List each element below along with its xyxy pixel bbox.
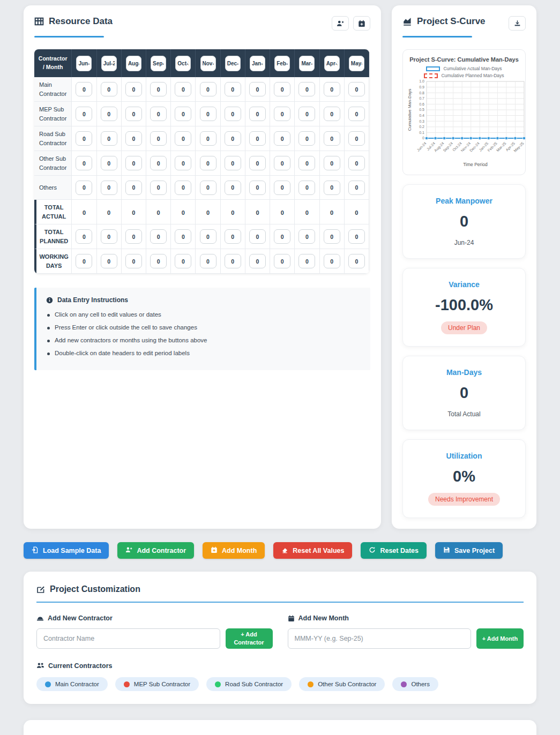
total-value-input[interactable]: [101, 254, 117, 268]
value-input[interactable]: [348, 82, 365, 96]
value-input[interactable]: [76, 156, 92, 170]
total-value-input[interactable]: [125, 229, 142, 244]
value-input[interactable]: [76, 107, 92, 121]
total-value-input[interactable]: [150, 254, 167, 268]
month-header-input[interactable]: [200, 56, 216, 71]
total-value-input[interactable]: [150, 229, 167, 244]
value-input[interactable]: [175, 181, 191, 195]
value-input[interactable]: [298, 181, 315, 195]
reset-all-values-button[interactable]: Reset All Values: [273, 542, 352, 559]
total-value-input[interactable]: [274, 254, 290, 268]
total-value-input[interactable]: [101, 229, 117, 244]
value-input[interactable]: [150, 107, 167, 121]
value-input[interactable]: [101, 131, 117, 146]
month-header-input[interactable]: [250, 56, 265, 71]
value-input[interactable]: [200, 82, 216, 96]
value-input[interactable]: [274, 131, 290, 146]
reset-dates-button[interactable]: Reset Dates: [361, 542, 427, 559]
value-input[interactable]: [324, 181, 340, 195]
total-value-input[interactable]: [225, 229, 241, 244]
add-contractor-button[interactable]: Add Contractor: [117, 542, 194, 559]
value-input[interactable]: [225, 181, 241, 195]
value-input[interactable]: [298, 107, 315, 121]
value-input[interactable]: [324, 131, 340, 146]
value-input[interactable]: [274, 181, 290, 195]
value-input[interactable]: [175, 156, 191, 170]
value-input[interactable]: [249, 82, 266, 96]
month-header-input[interactable]: [299, 56, 315, 71]
total-value-input[interactable]: [76, 229, 92, 244]
value-input[interactable]: [150, 131, 167, 146]
add-month-icon-button[interactable]: [353, 16, 370, 31]
month-header-input[interactable]: [126, 56, 141, 71]
month-header-input[interactable]: [324, 56, 340, 71]
value-input[interactable]: [274, 156, 290, 170]
value-input[interactable]: [348, 107, 365, 121]
total-value-input[interactable]: [274, 229, 290, 244]
value-input[interactable]: [348, 131, 365, 146]
month-header-input[interactable]: [274, 56, 290, 71]
value-input[interactable]: [76, 181, 92, 195]
total-value-input[interactable]: [200, 229, 216, 244]
value-input[interactable]: [175, 107, 191, 121]
value-input[interactable]: [125, 82, 142, 96]
month-header-input[interactable]: [76, 56, 92, 71]
load-sample-data-button[interactable]: Load Sample Data: [24, 542, 109, 559]
value-input[interactable]: [76, 131, 92, 146]
value-input[interactable]: [249, 107, 266, 121]
new-month-input[interactable]: [288, 628, 472, 649]
total-value-input[interactable]: [249, 229, 266, 244]
total-value-input[interactable]: [125, 254, 142, 268]
add-contractor-button[interactable]: + Add Contractor: [226, 628, 273, 649]
value-input[interactable]: [150, 181, 167, 195]
month-header-input[interactable]: [225, 56, 241, 71]
value-input[interactable]: [150, 82, 167, 96]
value-input[interactable]: [225, 82, 241, 96]
value-input[interactable]: [298, 156, 315, 170]
month-header-input[interactable]: [349, 56, 364, 71]
total-value-input[interactable]: [324, 254, 340, 268]
download-chart-button[interactable]: [509, 16, 526, 31]
value-input[interactable]: [175, 131, 191, 146]
month-header-input[interactable]: [101, 56, 117, 71]
contractor-name-input[interactable]: [36, 628, 220, 649]
total-value-input[interactable]: [348, 229, 365, 244]
value-input[interactable]: [324, 156, 340, 170]
total-value-input[interactable]: [76, 254, 92, 268]
value-input[interactable]: [101, 181, 117, 195]
month-header-input[interactable]: [151, 56, 166, 71]
value-input[interactable]: [200, 181, 216, 195]
value-input[interactable]: [225, 131, 241, 146]
total-value-input[interactable]: [298, 254, 315, 268]
value-input[interactable]: [249, 181, 266, 195]
value-input[interactable]: [249, 131, 266, 146]
value-input[interactable]: [101, 107, 117, 121]
value-input[interactable]: [348, 156, 365, 170]
add-contractor-icon-button[interactable]: [332, 16, 349, 31]
value-input[interactable]: [298, 82, 315, 96]
total-value-input[interactable]: [249, 254, 266, 268]
value-input[interactable]: [298, 131, 315, 146]
value-input[interactable]: [200, 131, 216, 146]
value-input[interactable]: [324, 82, 340, 96]
value-input[interactable]: [125, 131, 142, 146]
value-input[interactable]: [200, 107, 216, 121]
value-input[interactable]: [249, 156, 266, 170]
value-input[interactable]: [274, 107, 290, 121]
value-input[interactable]: [225, 107, 241, 121]
add-month-button[interactable]: + Add Month: [476, 628, 524, 649]
value-input[interactable]: [348, 181, 365, 195]
value-input[interactable]: [150, 156, 167, 170]
value-input[interactable]: [125, 156, 142, 170]
value-input[interactable]: [125, 181, 142, 195]
save-project-button[interactable]: Save Project: [435, 542, 503, 559]
total-value-input[interactable]: [175, 254, 191, 268]
value-input[interactable]: [200, 156, 216, 170]
value-input[interactable]: [101, 82, 117, 96]
add-month-button[interactable]: Add Month: [203, 542, 265, 559]
value-input[interactable]: [274, 82, 290, 96]
total-value-input[interactable]: [225, 254, 241, 268]
value-input[interactable]: [76, 82, 92, 96]
total-value-input[interactable]: [348, 254, 365, 268]
value-input[interactable]: [225, 156, 241, 170]
